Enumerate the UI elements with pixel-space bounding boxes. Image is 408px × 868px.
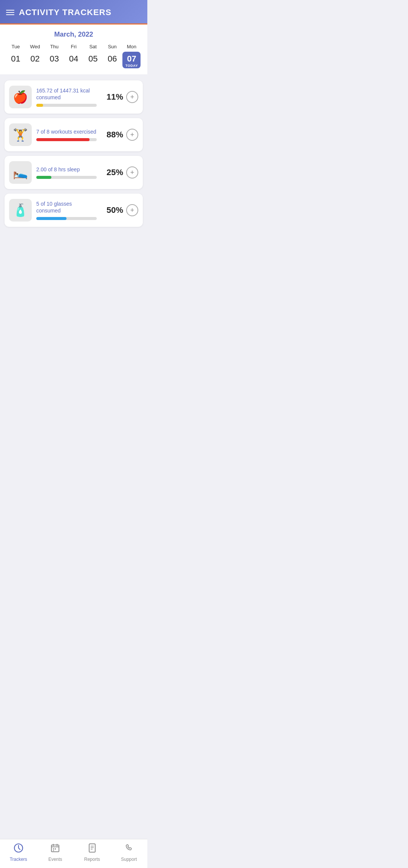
sleep-percentage: 25% [101,168,123,177]
calories-add-button[interactable]: + [126,91,138,103]
calendar-day-06[interactable]: 06 [103,52,122,68]
water-percentage: 50% [101,205,123,215]
water-icon: 🧴 [9,199,32,222]
water-progress-bar [36,217,97,220]
sleep-label: 2.00 of 8 hrs sleep [36,166,97,173]
sleep-progress-bar [36,176,97,179]
calories-label: 165.72 of 1447.31 kcal consumed [36,87,97,101]
sleep-right: 25% + [101,166,138,179]
trackers-section: 🍎 165.72 of 1447.31 kcal consumed 11% + … [0,74,147,233]
menu-button[interactable] [6,10,14,15]
today-label: TODAY [125,64,138,68]
workouts-add-button[interactable]: + [126,129,138,141]
workouts-icon: 🏋️ [9,123,32,146]
day-header-sun: Sun [103,44,122,52]
calendar-day-07-today[interactable]: 07 TODAY [122,52,141,68]
workouts-label: 7 of 8 workouts exercised [36,128,97,135]
calories-percentage: 11% [101,92,123,102]
calories-icon: 🍎 [9,86,32,108]
day-header-tue: Tue [6,44,25,52]
workouts-progress-fill [36,138,90,141]
water-label: 5 of 10 glasses consumed [36,200,97,214]
sleep-add-button[interactable]: + [126,166,138,179]
month-title: March, 2022 [6,31,141,38]
day-header-thu: Thu [45,44,64,52]
calendar-section: March, 2022 Tue Wed Thu Fri Sat Sun Mon … [0,25,147,74]
sleep-icon: 🛌 [9,161,32,184]
app-title: ACTIVITY TRACKERS [19,8,111,17]
tracker-card-calories: 🍎 165.72 of 1447.31 kcal consumed 11% + [5,80,143,114]
sleep-info: 2.00 of 8 hrs sleep [36,166,97,179]
calendar-grid: Tue Wed Thu Fri Sat Sun Mon 01 02 03 04 … [6,44,141,68]
workouts-progress-bar [36,138,97,141]
today-date: 07 [127,54,136,64]
calendar-day-01[interactable]: 01 [6,52,25,68]
calendar-day-04[interactable]: 04 [64,52,83,68]
calendar-day-02[interactable]: 02 [25,52,45,68]
tracker-card-sleep: 🛌 2.00 of 8 hrs sleep 25% + [5,156,143,189]
water-right: 50% + [101,204,138,216]
tracker-card-water: 🧴 5 of 10 glasses consumed 50% + [5,194,143,227]
day-header-sat: Sat [83,44,103,52]
tracker-card-workouts: 🏋️ 7 of 8 workouts exercised 88% + [5,118,143,151]
calories-info: 165.72 of 1447.31 kcal consumed [36,87,97,107]
app-header: ACTIVITY TRACKERS [0,0,147,25]
water-progress-fill [36,217,66,220]
workouts-percentage: 88% [101,130,123,140]
calories-progress-fill [36,104,43,107]
calories-right: 11% + [101,91,138,103]
day-header-fri: Fri [64,44,83,52]
water-add-button[interactable]: + [126,204,138,216]
day-header-wed: Wed [25,44,45,52]
calories-progress-bar [36,104,97,107]
day-header-mon: Mon [122,44,141,52]
workouts-info: 7 of 8 workouts exercised [36,128,97,141]
sleep-progress-fill [36,176,51,179]
workouts-right: 88% + [101,129,138,141]
calendar-day-05[interactable]: 05 [83,52,103,68]
calendar-day-03[interactable]: 03 [45,52,64,68]
water-info: 5 of 10 glasses consumed [36,200,97,220]
